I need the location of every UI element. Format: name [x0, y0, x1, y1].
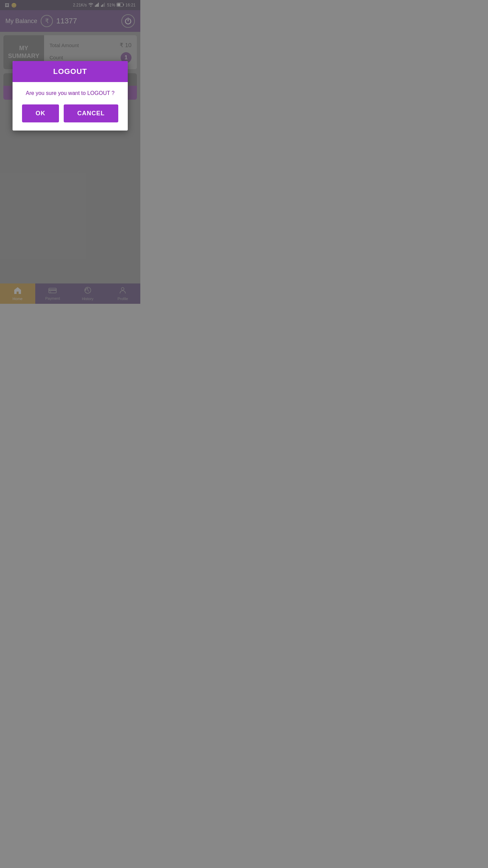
dialog-overlay: LOGOUT Are you sure you want to LOGOUT ?…: [0, 0, 140, 304]
logout-message: Are you sure you want to LOGOUT ?: [18, 90, 122, 96]
ok-button[interactable]: OK: [22, 104, 59, 122]
logout-dialog-body: Are you sure you want to LOGOUT ? OK CAN…: [13, 82, 128, 131]
cancel-button[interactable]: CANCEL: [64, 104, 118, 122]
logout-dialog-title: LOGOUT: [13, 61, 128, 82]
logout-dialog: LOGOUT Are you sure you want to LOGOUT ?…: [13, 61, 128, 131]
logout-buttons: OK CANCEL: [18, 104, 122, 122]
